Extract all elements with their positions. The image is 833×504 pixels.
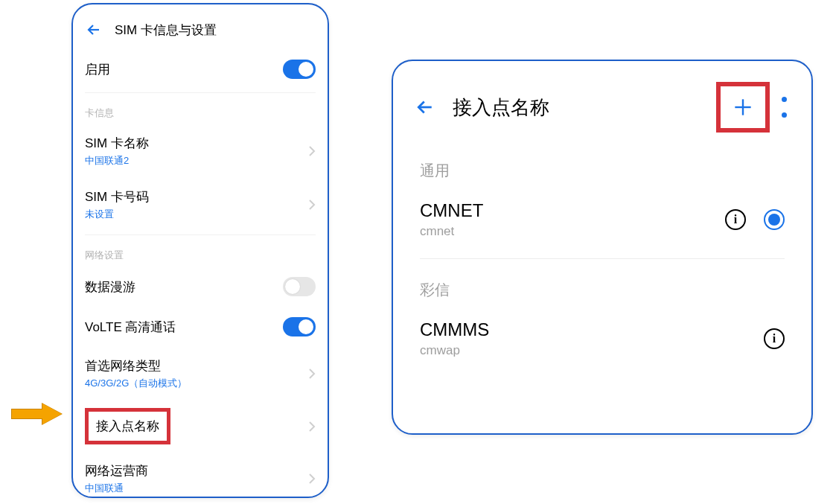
sim-settings-screen: SIM 卡信息与设置 启用 卡信息 SIM 卡名称 中国联通2 SIM 卡号码 …: [71, 3, 329, 498]
chevron-right-icon: [308, 368, 316, 380]
apn-name: CMMMS: [420, 319, 489, 340]
back-arrow-icon[interactable]: [85, 21, 103, 39]
enable-row[interactable]: 启用: [73, 49, 328, 89]
preferred-network-label: 首选网络类型: [85, 357, 187, 374]
header: 接入点名称: [393, 76, 811, 146]
add-apn-button[interactable]: [716, 82, 770, 133]
sim-number-row[interactable]: SIM 卡号码 未设置: [73, 178, 328, 232]
roaming-toggle[interactable]: [283, 277, 316, 296]
apn-name: CMNET: [420, 200, 483, 221]
chevron-right-icon: [308, 199, 316, 211]
more-menu-button[interactable]: [782, 97, 788, 118]
enable-toggle[interactable]: [283, 60, 316, 79]
chevron-right-icon: [308, 473, 316, 485]
apn-row-cmmms[interactable]: CMMMS cmwap i: [393, 306, 811, 371]
info-icon[interactable]: i: [725, 209, 746, 230]
divider: [85, 92, 316, 93]
section-mms: 彩信: [393, 265, 811, 306]
apn-value: cmnet: [420, 224, 483, 239]
sim-number-value: 未设置: [85, 208, 149, 221]
apn-label: 接入点名称: [96, 419, 159, 433]
sim-name-label: SIM 卡名称: [85, 135, 149, 152]
divider: [420, 258, 785, 259]
sim-name-row[interactable]: SIM 卡名称 中国联通2: [73, 124, 328, 178]
apn-highlight: 接入点名称: [85, 408, 170, 444]
plus-icon: [731, 95, 755, 119]
page-title: SIM 卡信息与设置: [115, 22, 217, 39]
enable-label: 启用: [85, 61, 110, 78]
divider: [85, 235, 316, 235]
carrier-value: 中国联通: [85, 482, 148, 495]
sim-name-value: 中国联通2: [85, 154, 149, 168]
chevron-right-icon: [308, 145, 316, 157]
preferred-network-value: 4G/3G/2G（自动模式）: [85, 377, 187, 390]
carrier-label: 网络运营商: [85, 462, 148, 479]
apn-row[interactable]: 接入点名称: [73, 401, 328, 452]
volte-label: VoLTE 高清通话: [85, 319, 176, 336]
page-title: 接入点名称: [453, 95, 549, 121]
apn-radio[interactable]: [764, 209, 785, 230]
carrier-row[interactable]: 网络运营商 中国联通: [73, 452, 328, 504]
sim-number-label: SIM 卡号码: [85, 188, 149, 205]
preferred-network-row[interactable]: 首选网络类型 4G/3G/2G（自动模式）: [73, 347, 328, 401]
section-network: 网络设置: [73, 238, 328, 267]
section-general: 通用: [393, 146, 811, 187]
volte-row[interactable]: VoLTE 高清通话: [73, 307, 328, 347]
info-icon[interactable]: i: [764, 328, 785, 349]
apn-row-cmnet[interactable]: CMNET cmnet i: [393, 187, 811, 252]
arrow-annotation-apn: [11, 403, 65, 424]
apn-value: cmwap: [420, 343, 489, 358]
back-arrow-icon[interactable]: [414, 96, 436, 118]
header: SIM 卡信息与设置: [73, 16, 328, 49]
chevron-right-icon: [308, 421, 316, 433]
section-card-info: 卡信息: [73, 96, 328, 124]
apn-list-screen: 接入点名称 通用 CMNET cmnet i 彩信 CMMMS cmwap: [392, 60, 813, 435]
roaming-label: 数据漫游: [85, 278, 135, 296]
roaming-row[interactable]: 数据漫游: [73, 267, 328, 307]
volte-toggle[interactable]: [283, 317, 316, 336]
